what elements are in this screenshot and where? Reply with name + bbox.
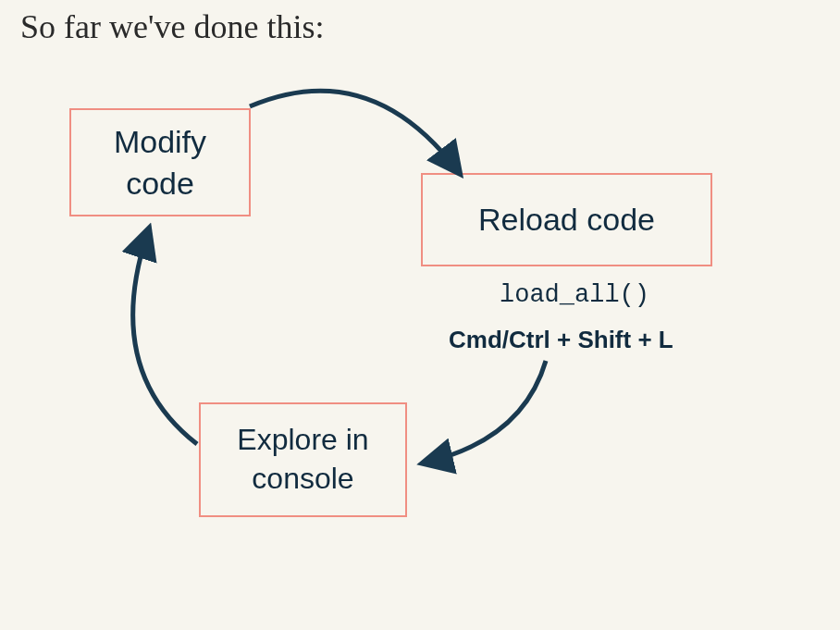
node-explore-line2: console: [252, 462, 353, 495]
arrow-explore-to-modify: [133, 231, 197, 444]
cycle-arrows: [0, 0, 840, 630]
node-reload-label: Reload code: [478, 199, 655, 240]
node-explore: Explore in console: [199, 402, 407, 517]
node-modify-line1: Modify: [114, 124, 206, 159]
node-modify: Modify code: [69, 108, 251, 216]
node-reload: Reload code: [421, 173, 712, 266]
arrow-reload-to-explore: [426, 361, 546, 463]
reload-shortcut: Cmd/Ctrl + Shift + L: [449, 326, 673, 354]
node-explore-line1: Explore in: [237, 423, 368, 456]
node-modify-line2: code: [126, 166, 194, 201]
reload-code-snippet: load_all(): [500, 281, 649, 309]
page-title: So far we've done this:: [20, 7, 324, 46]
arrow-modify-to-reload: [250, 91, 458, 171]
